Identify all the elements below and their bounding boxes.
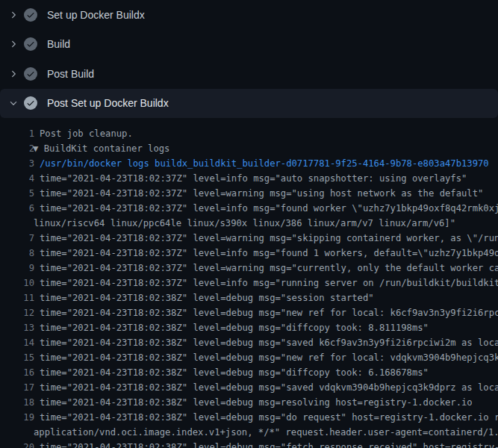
log-line-number[interactable]: 10	[0, 276, 34, 290]
log-line-text: time="2021-04-23T18:02:37Z" level=info m…	[40, 276, 498, 290]
step-label: Build	[47, 38, 70, 50]
log-line-number[interactable]: 1	[0, 126, 34, 141]
actions-log-viewer: { "colors":{ "background":"#0c1016", "ex…	[0, 0, 498, 448]
log-row: 8 time="2021-04-23T18:02:37Z" level=info…	[0, 246, 498, 261]
log-line-number[interactable]: 2	[0, 141, 34, 156]
log-line-number[interactable]: 19	[0, 410, 34, 425]
step-label: Post Build	[47, 68, 94, 80]
steps-list: Set up Docker Buildx Build Post Build	[0, 0, 498, 118]
log-line-text: Post job cleanup.	[40, 126, 133, 141]
log-line-text: time="2021-04-23T18:02:38Z" level=debug …	[40, 365, 429, 380]
log-row: 19 time="2021-04-23T18:02:38Z" level=deb…	[0, 410, 498, 425]
log-line-number[interactable]: 16	[0, 365, 34, 380]
log-row: 4 time="2021-04-23T18:02:37Z" level=info…	[0, 171, 498, 186]
step-label: Post Set up Docker Buildx	[47, 97, 169, 109]
log-line-text: time="2021-04-23T18:02:38Z" level=debug …	[40, 290, 374, 305]
log-row: 12 time="2021-04-23T18:02:38Z" level=deb…	[0, 305, 498, 320]
log-line-number[interactable]: 3	[0, 156, 34, 171]
log-line-text: time="2021-04-23T18:02:37Z" level=info m…	[40, 201, 498, 216]
log-group-toggle[interactable]: ▼ BuildKit container logs	[33, 141, 169, 156]
log-line-number[interactable]: 14	[0, 335, 34, 350]
log-row: 17 time="2021-04-23T18:02:38Z" level=deb…	[0, 380, 498, 395]
log-line-text: time="2021-04-23T18:02:37Z" level=warnin…	[40, 261, 498, 276]
log-line-number[interactable]: 17	[0, 380, 34, 395]
step-header[interactable]: Set up Docker Buildx	[0, 0, 498, 30]
log-line-number[interactable]: 18	[0, 395, 34, 410]
log-line-text: time="2021-04-23T18:02:38Z" level=debug …	[40, 320, 429, 335]
log-line-number[interactable]: 8	[0, 246, 34, 261]
log-line-text: time="2021-04-23T18:02:38Z" level=debug …	[40, 350, 498, 365]
log-row: 7 time="2021-04-23T18:02:37Z" level=warn…	[0, 231, 498, 246]
log-line-text: time="2021-04-23T18:02:37Z" level=warnin…	[40, 231, 498, 246]
log-row: 16 time="2021-04-23T18:02:38Z" level=deb…	[0, 365, 498, 380]
chevron-right-icon[interactable]	[9, 69, 18, 78]
log-line-text: time="2021-04-23T18:02:38Z" level=debug …	[40, 395, 473, 410]
chevron-down-icon[interactable]	[9, 99, 18, 108]
log-line-number[interactable]: 4	[0, 171, 34, 186]
log-row: 2 ▼ BuildKit container logs	[0, 141, 498, 156]
log-row: 15 time="2021-04-23T18:02:38Z" level=deb…	[0, 350, 498, 365]
log-section: 1 Post job cleanup. 2 ▼ BuildKit contain…	[0, 118, 498, 448]
log-row: 14 time="2021-04-23T18:02:38Z" level=deb…	[0, 335, 498, 350]
step-header[interactable]: Build	[0, 30, 498, 60]
log-line-number[interactable]: 20	[0, 440, 34, 448]
log-row: 13 time="2021-04-23T18:02:38Z" level=deb…	[0, 320, 498, 335]
log-line-number[interactable]: 5	[0, 186, 34, 201]
log-line-number[interactable]: 15	[0, 350, 34, 365]
log-row: 11 time="2021-04-23T18:02:38Z" level=deb…	[0, 290, 498, 305]
log-line-number[interactable]: 13	[0, 320, 34, 335]
log-row: linux/riscv64 linux/ppc64le linux/s390x …	[0, 216, 498, 231]
check-circle-icon	[24, 37, 37, 51]
log-row: application/vnd.oci.image.index.v1+json,…	[0, 425, 498, 440]
log-row: 18 time="2021-04-23T18:02:38Z" level=deb…	[0, 395, 498, 410]
log-row: 1 Post job cleanup.	[0, 126, 498, 141]
log-line-number[interactable]: 11	[0, 290, 34, 305]
check-circle-icon	[24, 8, 37, 22]
log-row: 10 time="2021-04-23T18:02:37Z" level=inf…	[0, 276, 498, 290]
chevron-right-icon[interactable]	[9, 40, 18, 49]
log-row: 20 time="2021-04-23T18:02:38Z" level=deb…	[0, 440, 498, 448]
chevron-right-icon[interactable]	[9, 10, 18, 19]
step-header[interactable]: Post Build	[0, 59, 498, 89]
log-line-text: time="2021-04-23T18:02:37Z" level=info m…	[40, 246, 498, 261]
log-line-number[interactable]: 12	[0, 305, 34, 320]
log-line-number[interactable]: 7	[0, 231, 34, 246]
check-circle-icon	[24, 96, 37, 110]
log-line-text: time="2021-04-23T18:02:38Z" level=debug …	[40, 380, 498, 395]
log-line-text: time="2021-04-23T18:02:38Z" level=debug …	[40, 335, 498, 350]
log-row: 3 /usr/bin/docker logs buildx_buildkit_b…	[0, 156, 498, 171]
check-circle-icon	[24, 67, 37, 81]
log-line-number[interactable]: 9	[0, 261, 34, 276]
log-line-text: time="2021-04-23T18:02:37Z" level=warnin…	[40, 186, 483, 201]
log-row: 9 time="2021-04-23T18:02:37Z" level=warn…	[0, 261, 498, 276]
step-header[interactable]: Post Set up Docker Buildx	[0, 89, 498, 119]
log-line-number[interactable]: 6	[0, 201, 34, 216]
log-line-text: application/vnd.oci.image.index.v1+json,…	[34, 425, 498, 440]
log-line-text: /usr/bin/docker logs buildx_buildkit_bui…	[40, 156, 489, 171]
log-line-text: time="2021-04-23T18:02:38Z" level=debug …	[40, 305, 498, 320]
log-line-text: time="2021-04-23T18:02:37Z" level=info m…	[40, 171, 467, 186]
log-line-text: linux/riscv64 linux/ppc64le linux/s390x …	[34, 216, 455, 231]
log-line-text: time="2021-04-23T18:02:38Z" level=debug …	[40, 440, 498, 448]
log-line-text: time="2021-04-23T18:02:38Z" level=debug …	[40, 410, 498, 425]
step-label: Set up Docker Buildx	[47, 9, 145, 21]
log-row: 5 time="2021-04-23T18:02:37Z" level=warn…	[0, 186, 498, 201]
log-row: 6 time="2021-04-23T18:02:37Z" level=info…	[0, 201, 498, 216]
